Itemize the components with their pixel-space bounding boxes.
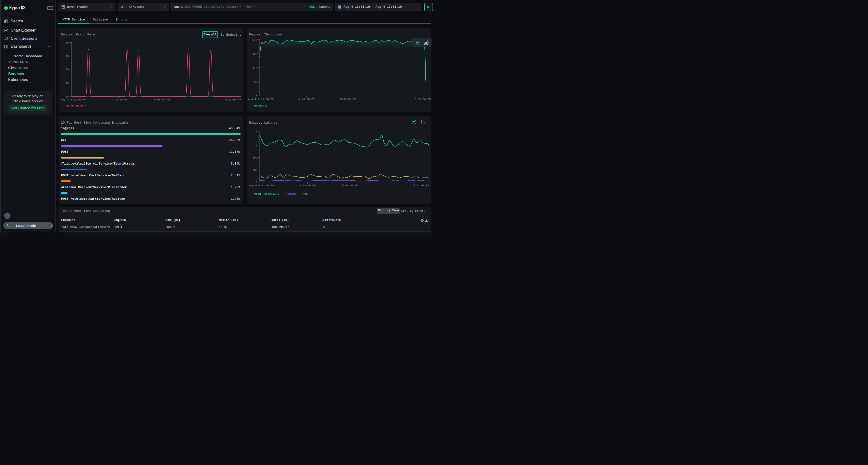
svg-text:0%: 0% bbox=[66, 68, 69, 71]
svg-text:95th Percentile: 95th Percentile bbox=[254, 192, 279, 195]
svg-text:4:48:00 PM: 4:48:00 PM bbox=[299, 98, 315, 101]
svg-text:Avg: Avg bbox=[303, 192, 308, 195]
svg-text:Aug 4 4:31:00 PM: Aug 4 4:31:00 PM bbox=[248, 98, 274, 101]
svg-text:0%: 0% bbox=[66, 95, 69, 98]
svg-text:5:31:00 PM: 5:31:00 PM bbox=[225, 98, 241, 101]
svg-text:4:48:00 PM: 4:48:00 PM bbox=[112, 98, 128, 101]
svg-text:4:48:00 PM: 4:48:00 PM bbox=[300, 184, 316, 187]
svg-text:5:31:00 PM: 5:31:00 PM bbox=[413, 184, 429, 187]
svg-text:Aug 4 4:31:00 PM: Aug 4 4:31:00 PM bbox=[61, 98, 86, 101]
svg-text:0: 0 bbox=[255, 181, 257, 184]
svg-text:1k: 1k bbox=[254, 130, 257, 133]
svg-text:34k: 34k bbox=[252, 38, 257, 41]
svg-text:—: — bbox=[299, 192, 301, 195]
svg-text:Requests: Requests bbox=[254, 104, 268, 107]
svg-text:—: — bbox=[250, 192, 252, 195]
svg-text:26k: 26k bbox=[252, 53, 257, 56]
svg-text:0: 0 bbox=[255, 95, 257, 98]
svg-text:0%: 0% bbox=[66, 55, 69, 58]
svg-text:5:31:00 PM: 5:31:00 PM bbox=[415, 98, 431, 101]
svg-text:—: — bbox=[250, 104, 252, 107]
svg-text:—: — bbox=[282, 192, 283, 195]
svg-text:9k: 9k bbox=[254, 81, 257, 84]
svg-text:0%: 0% bbox=[66, 41, 69, 44]
svg-text:Aug 4 4:31:00 PM: Aug 4 4:31:00 PM bbox=[249, 184, 274, 187]
svg-text:17k: 17k bbox=[252, 66, 257, 69]
svg-text:Error Rate %: Error Rate % bbox=[66, 104, 86, 107]
svg-text:—: — bbox=[62, 104, 64, 107]
svg-text:5:03:00 PM: 5:03:00 PM bbox=[340, 98, 356, 101]
svg-text:5:03:00 PM: 5:03:00 PM bbox=[154, 98, 170, 101]
svg-text:Median: Median bbox=[286, 192, 296, 195]
svg-text:1k: 1k bbox=[254, 144, 257, 147]
svg-text:200: 200 bbox=[252, 169, 257, 171]
svg-text:5:03:00 PM: 5:03:00 PM bbox=[342, 184, 358, 187]
svg-text:0%: 0% bbox=[66, 82, 69, 85]
svg-text:400: 400 bbox=[252, 156, 257, 159]
